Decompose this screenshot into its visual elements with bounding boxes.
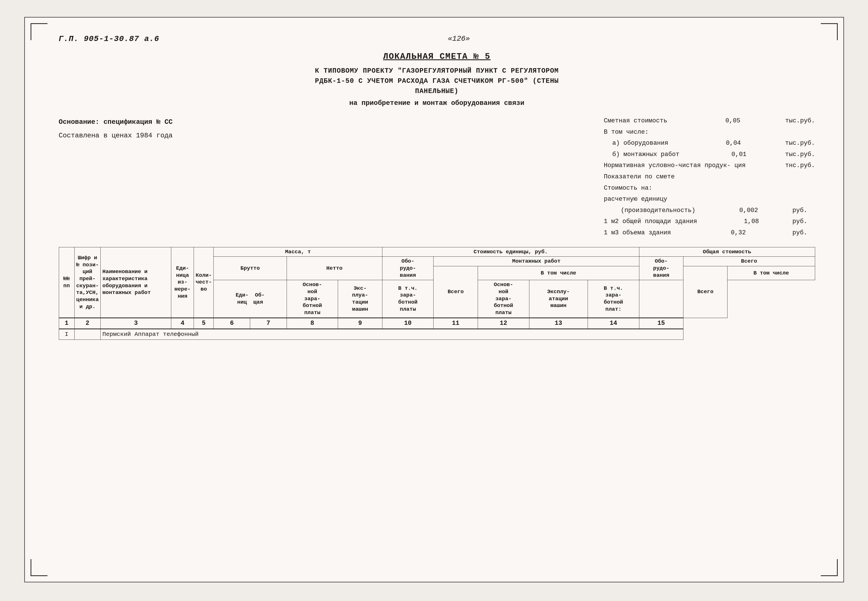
total-mont-expz-header: В т.ч. зара- ботной плат:: [588, 280, 639, 318]
col-unit-header: Еди- ница из- мере- ния: [171, 247, 194, 318]
info-section: Основание: спецификация № СС Составлена …: [59, 115, 815, 239]
col-num-15: 15: [639, 318, 683, 329]
col-num-5: 5: [194, 318, 214, 329]
vol-unit: руб.: [792, 227, 815, 239]
document-purpose: на приобретение и монтаж оборудования св…: [59, 99, 815, 107]
doc-reference: Г.П. 905-1-30.87 а.6: [59, 35, 160, 43]
corner-decoration-br: [821, 559, 838, 576]
cost-obo-header: Обо- рудо- вания: [382, 257, 434, 280]
col-num-8: 8: [286, 318, 338, 329]
header-section: Г.П. 905-1-30.87 а.6 «126»: [59, 35, 815, 43]
in-that-row: В том числе:: [604, 127, 815, 138]
total-mont-main-header: Основ- ной зара- ботной платы: [478, 280, 529, 318]
col-num-2: 2: [74, 318, 101, 329]
col-num-6: 6: [214, 318, 250, 329]
subtitle-line2: РДБК-1-50 С УЧЕТОМ РАСХОДА ГАЗА СЧЕТЧИКО…: [59, 76, 815, 86]
year-line: Составлена в ценах 1984 года: [59, 129, 173, 142]
col-cipher-header: Шифр и № пози- ций прей- скуран- та,УСН,…: [74, 247, 101, 318]
total-mont-exp-header: Эксплу- атации машин: [529, 280, 588, 318]
cost-unit-header: Стоимость единицы, руб.: [382, 247, 639, 257]
col-num-14: 14: [588, 318, 639, 329]
col-qty-header: Коли- чест- во: [194, 247, 214, 318]
sq-unit: руб.: [793, 216, 815, 227]
norm-unit: тнс.руб.: [785, 160, 815, 171]
document-page: Г.П. 905-1-30.87 а.6 «126» ЛОКАЛЬНАЯ СМЕ…: [24, 17, 844, 582]
mont-row: б) монтажных работ 0,01 тыс.руб.: [604, 149, 815, 160]
norm-row: Нормативная условно-чистая продук- ция т…: [604, 160, 815, 171]
col-num-11: 11: [434, 318, 478, 329]
col-num-12: 12: [478, 318, 529, 329]
vol-row: 1 м3 объема здания 0,32 руб.: [604, 227, 815, 239]
unit-prod-row: расчетную единицу: [604, 194, 815, 205]
basis-line: Основание: спецификация № СС: [59, 115, 173, 129]
smet-row: Сметная стоимость 0,05 тыс.руб.: [604, 115, 815, 127]
cost-mont-expz-header: В т.ч. зара- ботной платы: [382, 280, 434, 318]
in-that-label: В том числе:: [604, 127, 649, 138]
mass-netto-header: Нетто: [286, 257, 382, 280]
total-mont-header: Всего: [683, 257, 815, 266]
col-mass-header: Масса, т: [214, 247, 382, 257]
col-num-header: №№ пп: [59, 247, 74, 318]
total-mont-vtom-header: В том числе: [728, 266, 815, 280]
eq-unit: тыс.руб.: [785, 138, 815, 149]
corner-decoration-tl: [30, 23, 47, 40]
total-cost-header: Общая стоимость: [639, 247, 815, 257]
unit-prod-unit: руб.: [792, 205, 815, 216]
show-label: Показатели по смете: [604, 171, 675, 183]
col-num-1: 1: [59, 318, 74, 329]
vol-value: 0,32: [718, 227, 746, 239]
col-num-13: 13: [529, 318, 588, 329]
smet-label: Сметная стоимость: [604, 115, 667, 127]
document-subtitle: к типовому проекту "ГАЗОРЕГУЛЯТОРНЫЙ ПУН…: [59, 66, 815, 96]
info-right: Сметная стоимость 0,05 тыс.руб. В том чи…: [604, 115, 815, 239]
sq-value: 1,08: [731, 216, 759, 227]
subtitle-line1: к типовому проекту "ГАЗОРЕГУЛЯТОРНЫЙ ПУН…: [59, 66, 815, 76]
subtitle-line3: ПАНЕЛЬНЫЕ): [59, 86, 815, 96]
total-obo-header: Обо- рудо- вания: [639, 257, 683, 280]
row-cipher: [74, 329, 101, 340]
col-num-4: 4: [171, 318, 194, 329]
cost-mont-header: Монтажных работ: [434, 257, 639, 266]
col-num-3: 3: [101, 318, 171, 329]
eq-value: 0,04: [713, 138, 741, 149]
unit-prod-sub-row: (производительность) 0,002 руб.: [604, 205, 815, 216]
sq-label: 1 м2 общей площади здания: [604, 216, 697, 227]
unit-prod-label: расчетную единицу: [604, 194, 667, 205]
show-row: Показатели по смете: [604, 171, 815, 183]
unit-prod-sub: (производительность): [604, 205, 695, 216]
norm-label: Нормативная условно-чистая продук- ция: [604, 160, 746, 171]
document-title: ЛОКАЛЬНАЯ СМЕТА № 5: [59, 52, 815, 61]
unit-prod-value: 0,002: [730, 205, 758, 216]
mass-brutto-ed-ob: Еди- Об- ниц щая: [214, 280, 286, 318]
table-row: I Пермский Аппарат телефонный: [59, 329, 815, 340]
col-name-header: Наименование и характеристика оборудован…: [101, 247, 171, 318]
eq-row: а) оборудования 0,04 тыс.руб.: [604, 138, 815, 149]
col-num-10: 10: [382, 318, 434, 329]
eq-label: а) оборудования: [604, 138, 668, 149]
smet-value: 0,05: [712, 115, 740, 127]
corner-decoration-bl: [30, 559, 47, 576]
main-table: №№ пп Шифр и № пози- ций прей- скуран- т…: [59, 247, 815, 340]
vol-label: 1 м3 объема здания: [604, 227, 671, 239]
mont-value: 0,01: [718, 149, 746, 160]
col-num-9: 9: [338, 318, 382, 329]
mont-unit: тыс.руб.: [785, 149, 815, 160]
mass-brutto-header: Брутто: [214, 257, 286, 280]
cost-mont-vtom-header: В том числе: [478, 266, 639, 280]
page-number: «126»: [160, 35, 758, 43]
cost-label-row: Стоимость на:: [604, 183, 815, 194]
table-header-row1: №№ пп Шифр и № пози- ций прей- скуран- т…: [59, 247, 815, 257]
cost-mont-main-header: Основ- ной зара- ботной платы: [286, 280, 338, 318]
info-left: Основание: спецификация № СС Составлена …: [59, 115, 173, 239]
total-mont-all-header: Всего: [683, 266, 727, 318]
cost-mont-exp-header: Экс- плуа- тации машин: [338, 280, 382, 318]
title-section: ЛОКАЛЬНАЯ СМЕТА № 5 к типовому проекту "…: [59, 52, 815, 107]
col-number-row: 1 2 3 4 5 6 7 8 9 10 11 12 13 14 15: [59, 318, 815, 329]
row-num: I: [59, 329, 74, 340]
corner-decoration-tr: [821, 23, 838, 40]
cost-label: Стоимость на:: [604, 183, 652, 194]
col-num-7: 7: [250, 318, 286, 329]
cost-mont-all-header: Всего: [434, 266, 478, 318]
sq-row: 1 м2 общей площади здания 1,08 руб.: [604, 216, 815, 227]
row-name: Пермский Аппарат телефонный: [101, 329, 684, 340]
